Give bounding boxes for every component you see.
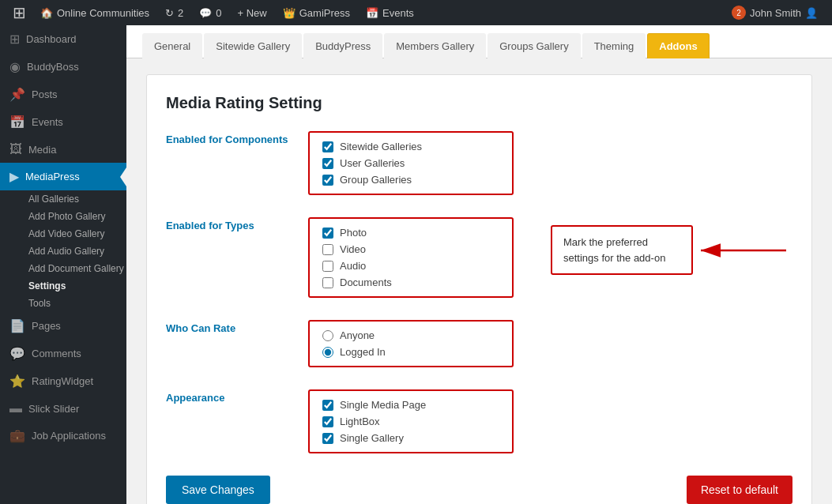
annotation-text: Mark the preferred settings for the add-…: [551, 225, 693, 275]
checkbox-sitewide-galleries[interactable]: [322, 141, 333, 152]
comments-sidebar-icon: 💬: [9, 346, 25, 361]
save-changes-button[interactable]: Save Changes: [166, 476, 270, 504]
sidebar-item-label: BuddyBoss: [27, 61, 79, 73]
admin-bar: ⊞ 🏠 Online Communities ↻ 2 💬 0 + New 👑 G…: [0, 0, 832, 25]
check-lightbox: LightBox: [322, 416, 499, 427]
checkbox-single-gallery[interactable]: [322, 433, 333, 444]
settings-panel: Media Rating Setting Enabled for Compone…: [146, 74, 812, 504]
sidebar-item-ratingwidget[interactable]: ⭐ RatingWidget: [0, 367, 126, 395]
label-lightbox: LightBox: [340, 416, 380, 427]
who-can-rate-label: Who Can Rate: [166, 320, 308, 334]
updates-button[interactable]: ↻ 2: [157, 0, 191, 25]
settings-content: Media Rating Setting Enabled for Compone…: [126, 58, 832, 504]
sidebar-sub-tools[interactable]: Tools: [0, 295, 126, 312]
sidebar-item-label: Events: [32, 116, 63, 128]
user-badge: 2: [732, 6, 746, 20]
reset-default-button[interactable]: Reset to default: [687, 476, 792, 504]
sidebar-sub-add-audio[interactable]: Add Audio Gallery: [0, 243, 126, 260]
sidebar-item-media[interactable]: 🖼 Media: [0, 136, 126, 163]
who-can-rate-controls: Anyone Logged In: [308, 320, 514, 367]
check-documents: Documents: [322, 276, 499, 288]
buttons-row: Save Changes Reset to default: [166, 476, 792, 504]
sidebar-sub-add-photo[interactable]: Add Photo Gallery: [0, 208, 126, 225]
tab-addons[interactable]: Addons: [647, 33, 709, 58]
enabled-types-label: Enabled for Types: [166, 217, 308, 231]
check-group-galleries: Group Galleries: [322, 174, 499, 186]
user-menu[interactable]: 2 John Smith 👤: [724, 0, 826, 25]
checkbox-single-media-page[interactable]: [322, 400, 333, 411]
tab-buddypress[interactable]: BuddyPress: [303, 33, 382, 58]
new-button[interactable]: + New: [230, 0, 275, 25]
sidebar-item-label: Job Applications: [32, 430, 106, 442]
sidebar-sub-add-document[interactable]: Add Document Gallery: [0, 260, 126, 277]
radio-loggedin: Logged In: [322, 346, 499, 358]
sidebar-item-posts[interactable]: 📌 Posts: [0, 81, 126, 108]
sidebar-sub-add-video[interactable]: Add Video Gallery: [0, 225, 126, 243]
label-user-galleries: User Galleries: [340, 157, 405, 169]
label-documents: Documents: [340, 276, 392, 288]
events-menu[interactable]: 📅 Events: [358, 0, 422, 25]
tab-theming[interactable]: Theming: [582, 33, 646, 58]
sidebar-item-label: Posts: [32, 88, 58, 100]
tab-general[interactable]: General: [142, 33, 202, 58]
appearance-row: Appearance Single Media Page LightBox: [166, 389, 792, 453]
radio-anyone: Anyone: [322, 329, 499, 341]
sidebar-item-buddyboss[interactable]: ◉ BuddyBoss: [0, 53, 126, 81]
sidebar-item-label: Media: [28, 144, 56, 156]
sidebar-item-mediapress[interactable]: ▶ MediaPress: [0, 163, 126, 190]
annotation: Mark the preferred settings for the add-…: [551, 225, 788, 275]
sidebar-item-dashboard[interactable]: ⊞ Dashboard: [0, 25, 126, 53]
annotation-arrow-svg: [693, 239, 788, 262]
checkbox-video[interactable]: [322, 244, 333, 255]
sidebar-item-slickslider[interactable]: ▬ Slick Slider: [0, 395, 126, 422]
mediapress-icon: ▶: [9, 169, 19, 184]
rating-icon: ⭐: [9, 374, 25, 389]
job-icon: 💼: [9, 428, 25, 443]
buddyboss-icon: ◉: [9, 59, 21, 74]
sidebar-item-jobapplications[interactable]: 💼 Job Applications: [0, 422, 126, 449]
enabled-components-row: Enabled for Components Sitewide Gallerie…: [166, 131, 792, 195]
sidebar-item-comments[interactable]: 💬 Comments: [0, 340, 126, 367]
tab-bar: General Sitewide Gallery BuddyPress Memb…: [126, 25, 832, 58]
dashboard-icon: ⊞: [9, 32, 20, 47]
label-photo: Photo: [340, 227, 367, 239]
comments-icon: 💬: [199, 7, 212, 19]
tab-groups[interactable]: Groups Gallery: [488, 33, 580, 58]
checkbox-photo[interactable]: [322, 228, 333, 239]
page-title: Media Rating Setting: [166, 94, 792, 112]
pages-icon: 📄: [9, 318, 25, 333]
sidebar-sub-all-galleries[interactable]: All Galleries: [0, 190, 126, 208]
slider-icon: ▬: [9, 401, 22, 416]
sidebar-item-label: Slick Slider: [28, 403, 79, 415]
radio-input-anyone[interactable]: [322, 330, 333, 341]
check-photo: Photo: [322, 227, 499, 239]
radio-input-loggedin[interactable]: [322, 347, 333, 358]
comments-button[interactable]: 💬 0: [191, 0, 229, 25]
checkbox-lightbox[interactable]: [322, 416, 333, 427]
label-audio: Audio: [340, 260, 366, 272]
tab-members[interactable]: Members Gallery: [384, 33, 486, 58]
sidebar-item-events[interactable]: 📅 Events: [0, 108, 126, 136]
check-user-galleries: User Galleries: [322, 157, 499, 169]
check-single-media-page: Single Media Page: [322, 399, 499, 411]
checkbox-group-galleries[interactable]: [322, 175, 333, 186]
checkbox-user-galleries[interactable]: [322, 158, 333, 169]
sidebar: ⊞ Dashboard ◉ BuddyBoss 📌 Posts 📅 Events…: [0, 25, 126, 504]
sidebar-item-label: RatingWidget: [32, 375, 93, 387]
appearance-controls: Single Media Page LightBox Single Galler…: [308, 389, 514, 453]
calendar-icon: 📅: [366, 7, 378, 19]
enabled-components-label: Enabled for Components: [166, 131, 308, 145]
tab-sitewide[interactable]: Sitewide Gallery: [204, 33, 302, 58]
site-name[interactable]: 🏠 Online Communities: [32, 0, 157, 25]
updates-icon: ↻: [165, 7, 174, 19]
enabled-types-controls: Photo Video Audio Documents: [308, 217, 514, 298]
wp-logo[interactable]: ⊞: [6, 0, 32, 25]
sidebar-sub-settings[interactable]: Settings: [0, 277, 126, 295]
sidebar-item-pages[interactable]: 📄 Pages: [0, 312, 126, 340]
checkbox-audio[interactable]: [322, 261, 333, 272]
posts-icon: 📌: [9, 87, 25, 102]
sidebar-item-label: MediaPress: [25, 171, 80, 182]
gamipress-menu[interactable]: 👑 GamiPress: [275, 0, 358, 25]
sidebar-item-label: Dashboard: [26, 33, 77, 45]
checkbox-documents[interactable]: [322, 277, 333, 288]
